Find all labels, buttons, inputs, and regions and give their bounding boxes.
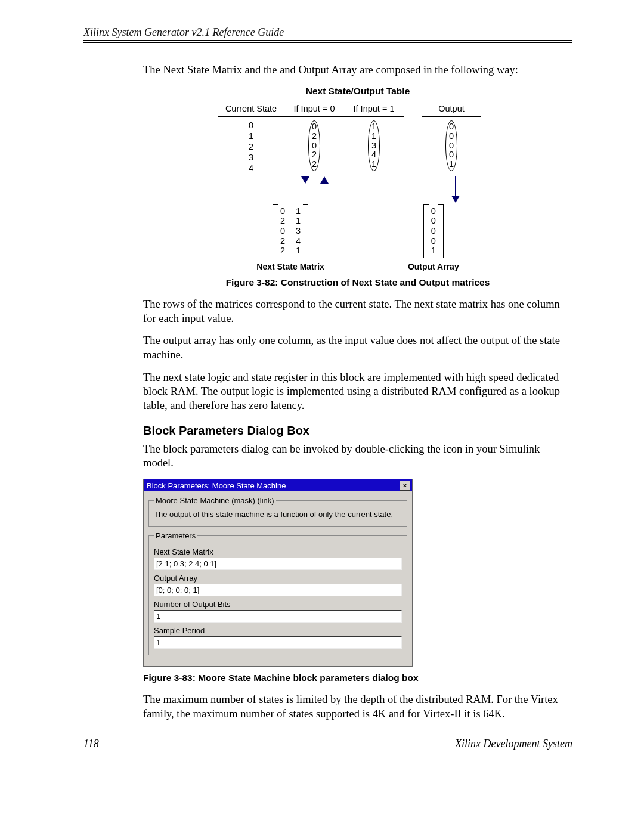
next-state-matrix: 0 2 0 2 2 1 1 3 4 1 bbox=[256, 204, 324, 271]
oa-3: 0 bbox=[431, 236, 436, 246]
oa-4: 1 bbox=[431, 246, 436, 256]
output-array-matrix: 0 0 0 0 1 Output Array bbox=[408, 204, 459, 271]
close-icon[interactable]: × bbox=[400, 481, 410, 491]
header-rule-thick bbox=[83, 40, 572, 41]
label-sample-period: Sample Period bbox=[154, 626, 402, 635]
label-output-array-field: Output Array bbox=[154, 574, 402, 583]
ns-4-0: 2 bbox=[280, 246, 285, 256]
oa-0: 0 bbox=[431, 206, 436, 216]
col-current-state: Current State 0 1 2 3 4 bbox=[218, 101, 284, 174]
arrow-right-up-icon bbox=[320, 176, 329, 184]
o-4: 1 bbox=[449, 160, 454, 169]
ns-4-1: 1 bbox=[296, 246, 301, 256]
i0-2: 0 bbox=[312, 141, 317, 151]
col-output: Output 0 0 0 0 1 bbox=[422, 101, 481, 174]
i1-2: 3 bbox=[371, 141, 376, 151]
dialog-description: The output of this state machine is a fu… bbox=[154, 510, 402, 519]
para-implementation: The next state logic and state register … bbox=[143, 371, 572, 413]
th-output: Output bbox=[422, 101, 481, 117]
arrow-left-down-icon bbox=[301, 176, 309, 184]
figure-82-matrices: 0 2 0 2 2 1 1 3 4 1 bbox=[218, 204, 498, 271]
label-output-array: Output Array bbox=[408, 262, 459, 271]
i1-0: 1 bbox=[371, 122, 376, 132]
th-input0: If Input = 0 bbox=[284, 101, 344, 117]
i0-0: 0 bbox=[312, 122, 317, 132]
group-parameters-legend: Parameters bbox=[154, 531, 197, 540]
page-number: 118 bbox=[83, 738, 99, 750]
figure-82-arrows bbox=[218, 176, 498, 203]
figure-82-caption: Figure 3-82: Construction of Next State … bbox=[143, 277, 572, 288]
section-title: Block Parameters Dialog Box bbox=[143, 424, 572, 438]
dialog-title: Block Parameters: Moore State Machine bbox=[147, 481, 286, 490]
i0-3: 2 bbox=[312, 150, 317, 160]
ns-0-1: 1 bbox=[296, 206, 301, 216]
ns-2-1: 3 bbox=[296, 226, 301, 236]
group-mask-legend: Moore State Machine (mask) (link) bbox=[154, 496, 276, 505]
ns-0-0: 0 bbox=[280, 206, 285, 216]
para-max-states: The maximum number of states is limited … bbox=[143, 693, 572, 721]
intro-text: The Next State Matrix and the and Output… bbox=[143, 63, 572, 78]
oval-input1: 1 1 3 4 1 bbox=[368, 120, 380, 172]
cs-3: 3 bbox=[249, 153, 253, 163]
figure-82-title: Next State/Output Table bbox=[143, 86, 572, 97]
th-input1: If Input = 1 bbox=[344, 101, 404, 117]
ns-3-1: 4 bbox=[296, 236, 301, 246]
i1-1: 1 bbox=[371, 132, 376, 141]
o-0: 0 bbox=[449, 122, 454, 132]
oa-2: 0 bbox=[431, 226, 436, 236]
cs-1: 1 bbox=[249, 131, 253, 141]
oa-1: 0 bbox=[431, 216, 436, 226]
ns-1-1: 1 bbox=[296, 216, 301, 226]
label-num-output-bits: Number of Output Bits bbox=[154, 600, 402, 609]
oval-input0: 0 2 0 2 2 bbox=[308, 120, 320, 172]
cs-0: 0 bbox=[249, 120, 253, 131]
group-mask: Moore State Machine (mask) (link) The ou… bbox=[148, 496, 407, 527]
header-title: Xilinx System Generator v2.1 Reference G… bbox=[83, 26, 572, 39]
ns-3-0: 2 bbox=[280, 236, 285, 246]
para-output-array: The output array has only one column, as… bbox=[143, 334, 572, 362]
input-output-array[interactable] bbox=[154, 584, 402, 596]
cs-2: 2 bbox=[249, 142, 253, 152]
col-input1: If Input = 1 1 1 3 4 1 bbox=[344, 101, 404, 174]
header-rule-thin bbox=[83, 42, 572, 43]
figure-82-diagram: Current State 0 1 2 3 4 If Input = 0 0 bbox=[218, 101, 498, 271]
o-3: 0 bbox=[449, 150, 454, 160]
ns-1-0: 2 bbox=[280, 216, 285, 226]
o-1: 0 bbox=[449, 132, 454, 141]
label-next-state-matrix: Next State Matrix bbox=[256, 262, 324, 271]
dialog-moore-state-machine: Block Parameters: Moore State Machine × … bbox=[143, 479, 413, 667]
arrow-output-down-icon bbox=[451, 196, 460, 203]
dialog-titlebar[interactable]: Block Parameters: Moore State Machine × bbox=[144, 479, 412, 491]
input-num-output-bits[interactable] bbox=[154, 610, 402, 623]
ns-2-0: 0 bbox=[280, 226, 285, 236]
i0-4: 2 bbox=[312, 160, 317, 169]
i0-1: 2 bbox=[312, 132, 317, 141]
cs-4: 4 bbox=[249, 163, 253, 174]
arrow-output-line bbox=[455, 176, 456, 197]
col-input0: If Input = 0 0 2 0 2 2 bbox=[284, 101, 344, 174]
i1-3: 4 bbox=[371, 150, 376, 160]
para-invoke: The block parameters dialog can be invok… bbox=[143, 442, 572, 470]
th-current-state: Current State bbox=[218, 101, 284, 117]
label-next-state-matrix: Next State Matrix bbox=[154, 547, 402, 556]
para-rows: The rows of the matrices correspond to t… bbox=[143, 298, 572, 326]
input-sample-period[interactable] bbox=[154, 636, 402, 649]
group-parameters: Parameters Next State Matrix Output Arra… bbox=[148, 531, 407, 655]
input-next-state-matrix[interactable] bbox=[154, 558, 402, 570]
o-2: 0 bbox=[449, 141, 454, 151]
i1-4: 1 bbox=[371, 160, 376, 169]
figure-82-table: Current State 0 1 2 3 4 If Input = 0 0 bbox=[218, 101, 498, 174]
oval-output: 0 0 0 0 1 bbox=[445, 120, 457, 172]
footer-title: Xilinx Development System bbox=[455, 738, 572, 750]
figure-83-caption: Figure 3-83: Moore State Machine block p… bbox=[143, 673, 572, 683]
